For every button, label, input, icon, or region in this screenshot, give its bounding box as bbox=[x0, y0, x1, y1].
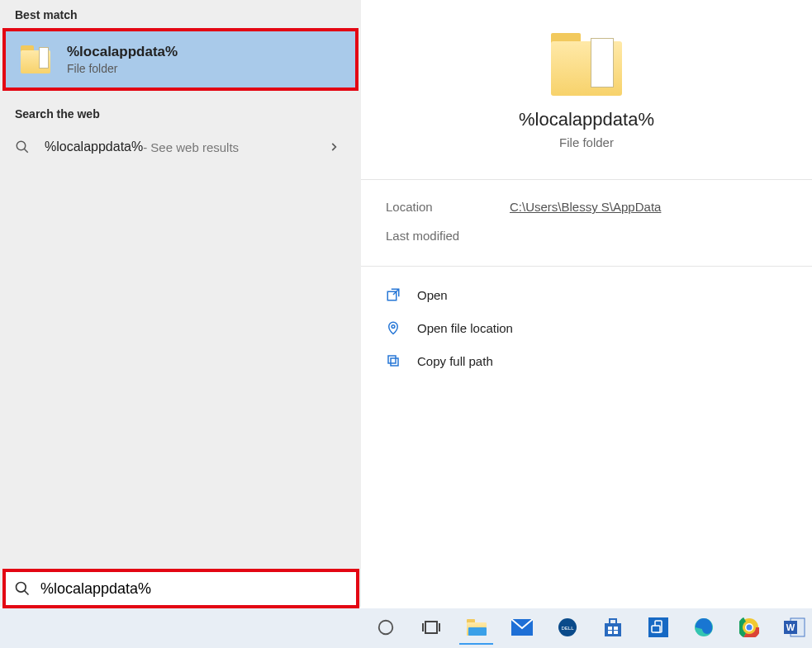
best-match-result[interactable]: %localappdata% File folder bbox=[2, 28, 359, 91]
taskbar-edge[interactable] bbox=[687, 612, 721, 645]
search-web-header: Search the web bbox=[0, 99, 361, 127]
svg-point-9 bbox=[378, 621, 392, 635]
svg-line-1 bbox=[24, 149, 28, 153]
web-search-result[interactable]: %localappdata% - See web results bbox=[0, 127, 361, 167]
chevron-right-icon bbox=[328, 141, 340, 153]
svg-rect-10 bbox=[425, 622, 437, 633]
last-modified-label: Last modified bbox=[386, 229, 510, 243]
svg-rect-6 bbox=[388, 356, 396, 363]
search-icon bbox=[15, 140, 30, 154]
folder-icon bbox=[551, 33, 622, 96]
web-result-title: %localappdata% bbox=[45, 140, 143, 154]
preview-pane: %localappdata% File folder Location C:\U… bbox=[361, 0, 812, 607]
svg-point-30 bbox=[747, 625, 753, 631]
best-match-subtitle: File folder bbox=[67, 62, 178, 75]
taskbar-file-explorer[interactable] bbox=[459, 612, 493, 645]
best-match-header: Best match bbox=[0, 0, 361, 28]
svg-rect-24 bbox=[652, 626, 660, 632]
open-icon bbox=[386, 287, 406, 302]
location-label: Location bbox=[386, 200, 510, 214]
search-icon bbox=[14, 580, 31, 597]
svg-rect-20 bbox=[608, 631, 612, 634]
copy-icon bbox=[386, 353, 406, 368]
svg-point-4 bbox=[392, 325, 395, 329]
web-result-suffix: - See web results bbox=[143, 140, 239, 154]
action-copy-full-path-label: Copy full path bbox=[417, 354, 493, 368]
taskbar-task-view[interactable] bbox=[414, 612, 448, 645]
preview-title: %localappdata% bbox=[361, 109, 812, 130]
taskbar-word[interactable]: W bbox=[778, 612, 812, 645]
taskbar-store[interactable] bbox=[596, 612, 629, 645]
taskbar-mail[interactable] bbox=[505, 612, 539, 645]
search-panel: Best match %localappdata% File folder Se… bbox=[0, 0, 812, 607]
svg-text:DELL: DELL bbox=[561, 626, 574, 631]
svg-rect-19 bbox=[614, 627, 618, 630]
svg-text:W: W bbox=[786, 622, 795, 632]
taskbar-your-phone[interactable] bbox=[642, 612, 676, 645]
folder-icon bbox=[21, 45, 52, 73]
action-open-label: Open bbox=[417, 288, 448, 302]
svg-rect-16 bbox=[605, 623, 621, 636]
svg-rect-5 bbox=[391, 358, 398, 366]
best-match-title: %localappdata% bbox=[67, 44, 178, 60]
svg-rect-18 bbox=[608, 627, 612, 630]
svg-line-8 bbox=[25, 591, 29, 595]
action-open-file-location-label: Open file location bbox=[417, 321, 513, 335]
preview-subtitle: File folder bbox=[361, 135, 812, 149]
search-input[interactable] bbox=[39, 579, 348, 598]
action-copy-full-path[interactable]: Copy full path bbox=[381, 344, 792, 377]
svg-rect-21 bbox=[614, 631, 618, 634]
preview-header: %localappdata% File folder bbox=[361, 0, 812, 180]
results-pane: Best match %localappdata% File folder Se… bbox=[0, 0, 361, 607]
location-icon bbox=[386, 320, 406, 335]
svg-point-0 bbox=[17, 141, 26, 150]
location-link[interactable]: C:\Users\Blessy S\AppData bbox=[510, 200, 661, 214]
actions-section: Open Open file location Copy full path bbox=[361, 267, 812, 389]
svg-rect-17 bbox=[610, 619, 616, 624]
svg-point-7 bbox=[17, 583, 26, 593]
taskbar-dell[interactable]: DELL bbox=[550, 612, 584, 645]
action-open[interactable]: Open bbox=[381, 278, 792, 311]
taskbar: DELL W bbox=[0, 608, 812, 648]
action-open-file-location[interactable]: Open file location bbox=[381, 311, 792, 344]
taskbar-cortana[interactable] bbox=[368, 612, 402, 645]
details-section: Location C:\Users\Blessy S\AppData Last … bbox=[361, 180, 812, 267]
search-box[interactable] bbox=[2, 569, 359, 608]
taskbar-chrome[interactable] bbox=[733, 612, 767, 645]
